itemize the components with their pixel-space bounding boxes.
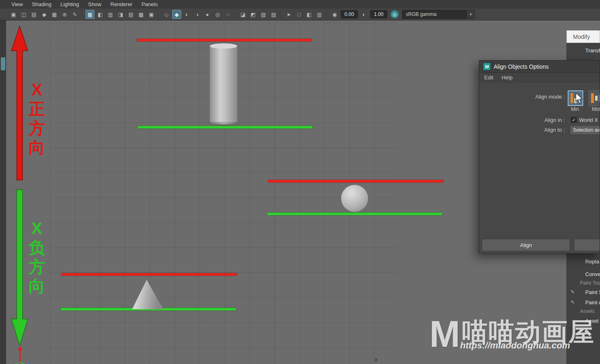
left-toolbox-strip xyxy=(0,20,6,364)
dialog-menu-edit[interactable]: Edit xyxy=(484,74,493,81)
annotation-char: 方 xyxy=(29,257,45,276)
active-tool-highlight[interactable] xyxy=(1,57,5,70)
gate-mask-icon[interactable]: ◨ xyxy=(116,10,125,19)
annotation-char: X xyxy=(31,80,43,99)
shadows-icon[interactable]: ● xyxy=(203,10,212,19)
menu-item-label: Paint S xyxy=(585,289,600,295)
modify-menu-header[interactable]: Modify xyxy=(566,30,600,43)
x-negative-arrow-icon xyxy=(11,189,29,347)
field-chart-icon[interactable]: ▤ xyxy=(126,10,135,19)
image-plane-icon[interactable]: ▦ xyxy=(50,10,59,19)
align-to-label: Align to : xyxy=(479,127,565,133)
gamma-field[interactable]: 1.00 xyxy=(370,10,387,18)
apply-button[interactable] xyxy=(574,239,600,251)
panel-tool-group: ➤□◧▥ xyxy=(284,10,324,19)
panel-layout-icon[interactable]: □ xyxy=(294,10,303,19)
mouse-cursor-icon xyxy=(575,92,584,105)
align-mode-label: Align mode : xyxy=(479,94,565,100)
menu-show[interactable]: Show xyxy=(88,1,101,7)
watermark-logo: M xyxy=(429,313,460,355)
textured-icon[interactable]: ◐ xyxy=(182,10,191,19)
smooth-shade-icon[interactable]: ◆ xyxy=(172,10,181,19)
toolbar-separator xyxy=(281,10,281,18)
grid-x-axis-label: x xyxy=(375,356,378,363)
menu-shading[interactable]: Shading xyxy=(32,1,52,7)
cylinder-object[interactable] xyxy=(210,43,237,124)
x-positive-arrow-icon xyxy=(11,25,29,182)
exposure-field[interactable]: 0.00 xyxy=(341,10,358,18)
dialog-menu-bar: Edit Help xyxy=(479,73,600,83)
cylinder-top-cap xyxy=(210,43,237,49)
align-button[interactable]: Align xyxy=(482,239,570,251)
menu-panels[interactable]: Panels xyxy=(142,1,158,7)
annotation-char: 方 xyxy=(29,119,45,138)
dialog-menu-help[interactable]: Help xyxy=(501,74,512,81)
grease-pencil-icon[interactable]: ✎ xyxy=(70,10,79,19)
use-all-lights-icon[interactable]: ◑ xyxy=(193,10,202,19)
contrast-icon[interactable]: ◐ xyxy=(360,10,369,19)
gizmo-y-label: y xyxy=(16,361,18,364)
sphere-min-guide-line xyxy=(267,213,442,215)
two-d-pan-zoom-icon[interactable]: ⊕ xyxy=(60,10,69,19)
xray-icon[interactable]: ◩ xyxy=(249,10,258,19)
chevron-down-icon[interactable]: ▼ xyxy=(467,10,474,18)
motion-blur-icon[interactable]: ○ xyxy=(223,10,232,19)
colorspace-value: sRGB gamma xyxy=(406,11,436,17)
plugin-display-icon[interactable]: ▨ xyxy=(269,10,278,19)
resolution-gate-icon[interactable]: ▥ xyxy=(106,10,115,19)
align-mode-min-label: Min xyxy=(571,106,579,112)
cone-max-guide-line xyxy=(61,273,237,276)
world-x-checkbox[interactable]: ✓ xyxy=(571,117,577,123)
colorspace-dropdown[interactable]: sRGB gamma ▼ xyxy=(402,10,475,19)
menu-renderer[interactable]: Renderer xyxy=(110,1,133,7)
toolbar-separator xyxy=(235,10,236,18)
menu-section-paint-tools: Paint Too xyxy=(567,278,600,288)
color-management-icon[interactable]: ◎ xyxy=(391,10,399,18)
x-positive-annotation: X正方向 xyxy=(28,80,46,157)
exposure-icon[interactable]: ◉ xyxy=(330,10,339,19)
watermark-url: https://miaodonghua.com xyxy=(460,340,570,351)
ambient-occlusion-icon[interactable]: ◎ xyxy=(213,10,222,19)
brush-icon: ✎ xyxy=(571,289,575,295)
annotation-char: 向 xyxy=(29,138,45,157)
sphere-object[interactable] xyxy=(341,185,368,212)
select-camera-icon[interactable]: ▣ xyxy=(9,10,18,19)
grid-toggle-icon[interactable]: ▦ xyxy=(85,10,94,19)
menu-item-replace[interactable]: Repla xyxy=(567,256,600,266)
isolate-select-icon[interactable]: ◪ xyxy=(238,10,247,19)
align-mode-mid-label: Mid xyxy=(592,106,600,112)
display-tool-group: ◪◩▧▨ xyxy=(238,10,278,19)
brush-icon: ✎ xyxy=(571,299,575,305)
xray-joints-icon[interactable]: ▧ xyxy=(259,10,268,19)
origin-axis-gizmo-icon: y z xyxy=(15,346,34,364)
menu-item-paint-attributes[interactable]: ✎ Paint A xyxy=(567,297,600,307)
dialog-title-bar[interactable]: M Align Objects Options xyxy=(479,61,600,73)
camera-tool-group: ▣◫▤◆▦⊕✎ xyxy=(9,10,79,19)
bookmarks-icon[interactable]: ◆ xyxy=(40,10,49,19)
menu-item-transform[interactable]: Transf xyxy=(567,45,600,55)
safe-action-icon[interactable]: ▩ xyxy=(137,10,146,19)
select-pointer-icon[interactable]: ➤ xyxy=(284,10,293,19)
gizmo-z-label: z xyxy=(27,361,29,364)
mode-icon-bar xyxy=(571,93,573,103)
film-gate-icon[interactable]: ◧ xyxy=(96,10,105,19)
outliner-toggle-icon[interactable]: ◧ xyxy=(305,10,314,19)
safe-title-icon[interactable]: ▣ xyxy=(147,10,156,19)
camera-attributes-icon[interactable]: ▤ xyxy=(29,10,38,19)
align-to-dropdown[interactable]: Selection av xyxy=(570,126,600,135)
script-editor-icon[interactable]: ▥ xyxy=(315,10,324,19)
maya-logo-icon: M xyxy=(483,63,490,70)
align-objects-options-dialog: M Align Objects Options Edit Help Align … xyxy=(479,60,600,254)
toolbar-separator xyxy=(82,10,83,18)
menu-lighting[interactable]: Lighting xyxy=(61,1,79,7)
wireframe-icon[interactable]: ◇ xyxy=(162,10,171,19)
menu-view[interactable]: View xyxy=(11,1,23,7)
menu-item-convert[interactable]: Conve xyxy=(567,269,600,279)
dialog-body: Align mode : Min Mid Align in : ✓ World … xyxy=(479,83,600,254)
align-in-label: Align in : xyxy=(479,117,565,123)
align-mode-mid-button[interactable] xyxy=(589,90,600,106)
camera-lock-icon[interactable]: ◫ xyxy=(19,10,28,19)
menu-item-paint-scripts[interactable]: ✎ Paint S xyxy=(567,287,600,297)
annotation-char: 负 xyxy=(29,238,45,257)
x-negative-annotation: X负方向 xyxy=(28,219,46,296)
